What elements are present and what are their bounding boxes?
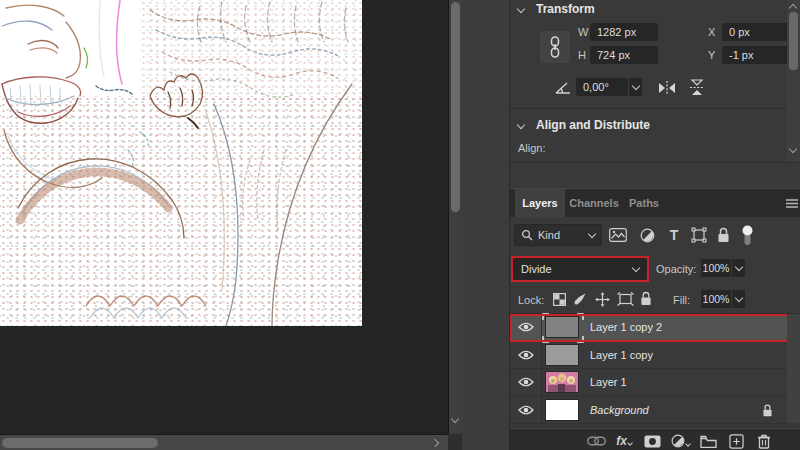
tab-channels[interactable]: Channels (568, 189, 620, 218)
link-icon (549, 36, 561, 58)
scroll-down-icon[interactable] (451, 415, 459, 423)
visibility-toggle[interactable] (510, 342, 542, 369)
rotation-dropdown-icon[interactable] (628, 78, 642, 96)
canvas-vertical-scrollbar-thumb[interactable] (451, 2, 460, 212)
layer-thumbnail[interactable] (545, 344, 579, 366)
panel-dock-spacer (462, 0, 510, 450)
lock-all-button[interactable] (638, 290, 654, 307)
scroll-up-icon[interactable] (789, 4, 797, 12)
width-field[interactable]: 1282 px (590, 23, 658, 41)
trash-icon (757, 434, 771, 449)
opacity-value: 100% (701, 259, 731, 277)
layer-thumbnail-photo[interactable] (545, 371, 579, 393)
fill-value: 100% (701, 290, 731, 308)
height-field[interactable]: 724 px (590, 46, 658, 64)
link-layers-button[interactable] (584, 432, 608, 450)
align-collapse-icon[interactable] (517, 121, 525, 129)
tab-paths[interactable]: Paths (624, 189, 664, 218)
panel-menu-icon[interactable] (786, 199, 798, 208)
layer-name[interactable]: Layer 1 (590, 376, 627, 388)
blend-mode-highlight-box: Divide (511, 256, 649, 282)
layers-list-scrollbar[interactable] (787, 314, 800, 423)
lock-position-button[interactable] (592, 291, 612, 307)
filter-smart-objects-button[interactable] (713, 227, 733, 243)
transform-title: Transform (536, 2, 595, 16)
eye-icon (518, 405, 534, 415)
scroll-down-icon[interactable] (789, 145, 797, 153)
right-panel-dock: Transform W 1282 px X 0 px H 724 px Y -1… (510, 0, 800, 450)
type-icon: T (670, 227, 679, 243)
new-group-button[interactable] (696, 432, 720, 450)
lock-artboard-button[interactable] (615, 291, 635, 307)
flip-vertical-icon (689, 79, 705, 96)
x-field[interactable]: 0 px (722, 23, 790, 41)
layers-panel-footer: fx (510, 430, 800, 450)
opacity-dropdown-icon[interactable] (731, 259, 745, 277)
properties-scrollbar[interactable] (787, 0, 800, 162)
filter-adjustment-layers-button[interactable] (637, 227, 657, 243)
flip-vertical-button[interactable] (686, 78, 708, 97)
brush-icon (573, 292, 587, 306)
adjustment-circle-icon (640, 228, 655, 243)
blend-mode-dropdown[interactable]: Divide (513, 258, 647, 280)
divide-blend-sketch (0, 0, 362, 326)
flip-horizontal-button[interactable] (656, 78, 678, 97)
layer-name[interactable]: Layer 1 copy (590, 349, 653, 361)
lock-label: Lock: (518, 294, 544, 306)
visibility-toggle[interactable] (510, 314, 542, 341)
fill-control[interactable]: 100% (701, 290, 745, 308)
layer-name[interactable]: Layer 1 copy 2 (590, 321, 662, 333)
scroll-right-icon[interactable] (431, 439, 439, 447)
panel-divider (510, 162, 800, 163)
filter-toggle-button[interactable] (738, 224, 756, 246)
fill-dropdown-icon[interactable] (731, 290, 745, 308)
filter-pixel-layers-button[interactable] (608, 227, 628, 243)
layer-thumbnail[interactable] (545, 399, 579, 421)
filter-type-layers-button[interactable]: T (665, 226, 683, 243)
canvas-vertical-scrollbar[interactable] (448, 0, 462, 434)
layer-row-layer1[interactable]: Layer 1 (510, 369, 787, 396)
angle-icon (554, 79, 572, 95)
y-label: Y (708, 49, 715, 61)
filter-kind-dropdown[interactable]: Kind (514, 224, 602, 246)
visibility-toggle[interactable] (510, 396, 542, 423)
blend-mode-value: Divide (521, 263, 552, 275)
visibility-toggle[interactable] (510, 369, 542, 396)
y-field[interactable]: -1 px (722, 46, 790, 64)
scrollbar-corner (448, 434, 462, 450)
canvas-horizontal-scrollbar-thumb[interactable] (2, 438, 158, 448)
tab-layers[interactable]: Layers (515, 189, 565, 218)
bounding-box-icon (691, 227, 707, 243)
height-label: H (578, 49, 586, 61)
new-layer-button[interactable] (724, 432, 748, 450)
opacity-control[interactable]: 100% (701, 259, 745, 277)
rotation-control[interactable]: 0,00° (576, 78, 642, 96)
photoshop-window: Transform W 1282 px X 0 px H 724 px Y -1… (0, 0, 800, 450)
move-icon (595, 292, 610, 307)
image-icon (609, 228, 627, 242)
delete-layer-button[interactable] (752, 432, 776, 450)
lock-transparency-button[interactable] (550, 292, 568, 307)
lock-image-button[interactable] (571, 291, 589, 307)
layer-thumbnail[interactable] (545, 316, 579, 338)
layer-name[interactable]: Background (590, 404, 649, 416)
layer-row-layer1copy[interactable]: Layer 1 copy (510, 342, 787, 369)
new-adjustment-layer-button[interactable] (668, 432, 692, 450)
padlock-icon (717, 227, 730, 243)
filter-shape-layers-button[interactable] (689, 227, 709, 243)
add-layer-mask-button[interactable] (640, 432, 664, 450)
width-label: W (578, 26, 588, 38)
layer-row-background[interactable]: Background (510, 396, 787, 424)
layer-row-layer1copy2[interactable]: Layer 1 copy 2 (510, 314, 787, 341)
canvas-horizontal-scrollbar[interactable] (0, 434, 448, 450)
lock-all-icon (640, 291, 652, 306)
layer-style-button[interactable]: fx (612, 432, 636, 450)
constrain-proportions-button[interactable] (540, 31, 570, 63)
transform-collapse-icon[interactable] (517, 5, 525, 13)
properties-scrollbar-thumb[interactable] (789, 12, 798, 70)
canvas-image[interactable] (0, 0, 362, 326)
document-canvas-area[interactable] (0, 0, 462, 450)
folder-icon (700, 435, 717, 448)
fill-label: Fill: (673, 294, 690, 306)
adjustment-layer-icon (671, 434, 685, 448)
